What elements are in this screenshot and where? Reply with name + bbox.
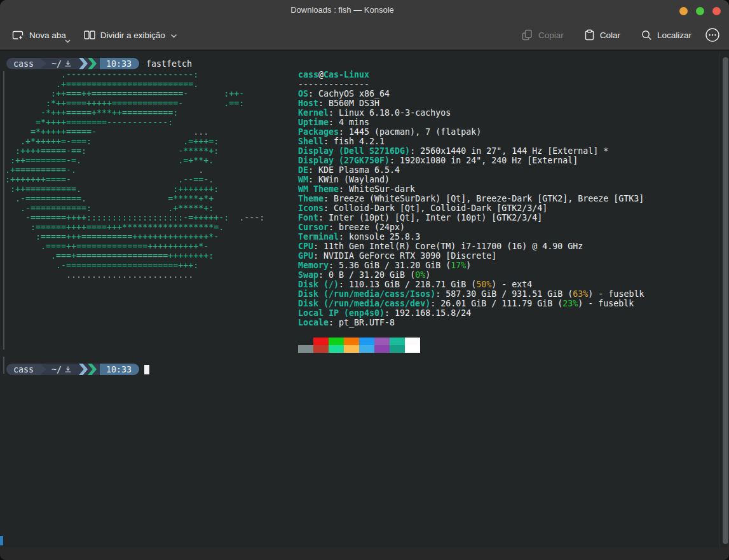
minimize-button[interactable] [679, 7, 688, 15]
palette-swatch [329, 338, 344, 345]
paste-icon [584, 29, 595, 41]
terminal-line: :++++=====-==: -*****+: [5, 146, 264, 156]
palette-row [298, 338, 420, 345]
scrollbar-thumb[interactable] [723, 57, 728, 544]
paste-label: Colar [600, 31, 620, 40]
terminal-line: Display (27GK750F): 1920x1080 in 24", 24… [298, 156, 644, 165]
terminal-line: Swap: 0 B / 31.20 GiB (0%) [298, 270, 644, 280]
terminal-line: -=======++++:::::::::::::::::::-=+++++-:… [5, 213, 264, 222]
terminal-line: cass@Cas-Linux [298, 70, 644, 79]
titlebar[interactable]: Downloads : fish — Konsole [0, 0, 729, 19]
command-text: fastfetch [146, 59, 192, 69]
prompt-path-segment: ~/ [46, 58, 76, 69]
terminal-line: .+==========-. . [5, 165, 264, 175]
new-tab-button[interactable]: Nova aba [6, 25, 72, 46]
palette-swatch [390, 345, 405, 353]
terminal-line: :++===++==================- :++- [5, 89, 264, 99]
konsole-window: Downloads : fish — Konsole Nova aba [0, 0, 729, 560]
terminal-line: :++========-=. .=+**+. [5, 156, 264, 165]
ascii-art-logo: .-------------------------: .+==========… [5, 70, 264, 280]
palette-swatch [405, 338, 420, 345]
terminal-line: .+*+++++=-===: .=+++=: [5, 137, 264, 146]
find-label: Localizar [657, 31, 692, 40]
terminal-cursor [144, 365, 149, 374]
terminal-line: Host: B560M DS3H [298, 99, 644, 108]
terminal-line: .===+==================++++++++: [5, 251, 264, 261]
terminal-line: Cursor: breeze (24px) [298, 222, 644, 232]
prompt-time-segment: 10:33 [100, 364, 139, 375]
terminal-line: :+++++++====- .--==-. [5, 175, 264, 184]
terminal-line: -------------- [298, 79, 644, 89]
terminal-line: =*+++++=====- ... [5, 127, 264, 137]
terminal-line: Disk (/run/media/cass/Isos): 587.30 GiB … [298, 289, 644, 299]
new-tab-icon [12, 30, 24, 41]
palette-swatch [344, 345, 359, 353]
prompt-pill: cass ~/ 10:33 [6, 364, 139, 375]
color-palette [298, 338, 420, 353]
palette-swatch [298, 338, 313, 345]
copy-button[interactable]: Copiar [515, 24, 569, 46]
split-view-icon [84, 30, 95, 40]
terminal-line: .-===========: .+*****+: [5, 203, 264, 213]
downloads-icon [64, 60, 72, 67]
chevron-down-icon [170, 34, 177, 38]
output-marker-line [3, 357, 4, 374]
terminal-line: Disk (/): 110.13 GiB / 218.71 GiB (50%) … [298, 280, 644, 289]
prompt-pill: cass ~/ 10:33 [6, 58, 139, 69]
toolbar: Nova aba Dividir a exibição [0, 19, 729, 51]
palette-swatch [344, 338, 359, 345]
shell-prompt-current[interactable]: cass ~/ 10:33 [6, 364, 149, 375]
palette-swatch [298, 345, 313, 353]
terminal-line: WM: KWin (Wayland) [298, 175, 644, 184]
palette-swatch [374, 345, 390, 353]
terminal-line: :*++====+++++=============- .==: [5, 99, 264, 108]
chevron-right-icon [88, 58, 97, 69]
output-marker-line [3, 71, 4, 350]
chevron-right-icon [79, 58, 88, 69]
terminal-line: .-------------------------: [5, 70, 264, 79]
paste-button[interactable]: Colar [578, 24, 626, 46]
find-button[interactable]: Localizar [635, 24, 697, 46]
new-tab-label: Nova aba [29, 31, 66, 40]
terminal-line: Shell: fish 4.2.1 [298, 137, 644, 146]
close-button[interactable] [712, 7, 721, 15]
terminal-view[interactable]: cass ~/ 10:33 fastfetch .---------------… [0, 52, 729, 548]
terminal-line: Packages: 1445 (pacman), 7 (flatpak) [298, 127, 644, 137]
terminal-line: -*+++=====+***++==========: [5, 108, 264, 118]
palette-swatch [329, 345, 344, 353]
terminal-line: Memory: 5.36 GiB / 31.20 GiB (17%) [298, 261, 644, 270]
terminal-line: OS: CachyOS x86_64 [298, 89, 644, 99]
terminal-line: =*++++========------------: [5, 118, 264, 127]
prompt-path-segment: ~/ [46, 364, 76, 375]
split-view-dropdown[interactable] [170, 31, 177, 40]
new-tab-dropdown-caret[interactable] [65, 36, 71, 45]
terminal-line: :=====+++==========+++++++++++++++*- [5, 232, 264, 242]
palette-swatch [405, 345, 420, 353]
terminal-line: DE: KDE Plasma 6.5.4 [298, 165, 644, 175]
prompt-user-segment: cass [6, 58, 40, 69]
terminal-line: Kernel: Linux 6.18.0-3-cachyos [298, 108, 644, 118]
traffic-lights [679, 7, 721, 15]
search-icon [641, 29, 652, 41]
terminal-line: .====++==============++++++++++*- [5, 242, 264, 251]
palette-swatch [374, 338, 390, 345]
chevron-down-icon [65, 39, 71, 43]
split-view-button[interactable]: Dividir a exibição [78, 25, 183, 45]
terminal-line: :======++++====+++******************=. [5, 222, 264, 232]
terminal-line: Local IP (enp4s0): 192.168.15.8/24 [298, 308, 644, 318]
terminal-line: :++==========. :+++++++: [5, 184, 264, 194]
downloads-icon [64, 365, 72, 373]
chevron-right-icon [79, 364, 88, 375]
terminal-line: WM Theme: WhiteSur-dark [298, 184, 644, 194]
terminal-line: .-===========. =*****+*+ [5, 194, 264, 203]
scroll-highlight-marker [0, 536, 3, 545]
maximize-button[interactable] [696, 7, 704, 15]
chevron-right-icon [88, 364, 97, 375]
terminal-line: ......................... [5, 270, 264, 280]
palette-swatch [390, 338, 405, 345]
scrollbar[interactable] [720, 52, 729, 548]
prompt-chevrons [76, 58, 100, 69]
shell-prompt: cass ~/ 10:33 fastfetch [6, 58, 192, 69]
overflow-menu-button[interactable] [702, 25, 723, 45]
prompt-time-segment: 10:33 [100, 58, 139, 69]
